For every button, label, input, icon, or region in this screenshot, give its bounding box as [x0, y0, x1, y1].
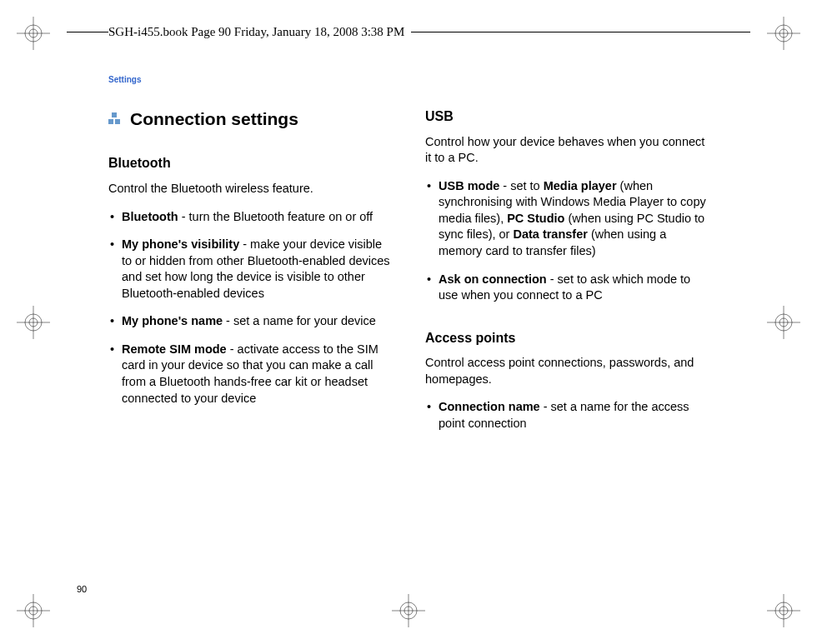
main-heading: Connection settings [108, 107, 392, 131]
access-points-intro: Control access point connections, passwo… [425, 355, 709, 387]
svg-point-25 [779, 607, 788, 615]
svg-point-17 [29, 607, 38, 615]
crop-mark-icon [767, 17, 800, 50]
main-heading-text: Connection settings [130, 107, 298, 131]
section-squares-icon [108, 112, 122, 126]
term: Ask on connection [439, 272, 547, 286]
access-points-list: Connection name - set a name for the acc… [425, 399, 709, 432]
crop-mark-icon [17, 306, 50, 339]
term: Connection name [439, 400, 540, 413]
term: USB mode [439, 179, 499, 192]
right-column: USB Control how your device behaves when… [425, 107, 709, 444]
term: Media player [544, 179, 617, 192]
svg-point-5 [779, 29, 788, 37]
section-label: Settings [108, 75, 709, 84]
svg-point-21 [404, 607, 413, 615]
svg-point-0 [25, 25, 42, 42]
page-number: 90 [77, 584, 87, 594]
access-points-heading: Access points [425, 329, 709, 347]
bluetooth-intro: Control the Bluetooth wireless feature. [108, 181, 392, 197]
description: - turn the Bluetooth feature on or off [178, 210, 373, 223]
svg-point-12 [775, 314, 792, 331]
list-item: Bluetooth - turn the Bluetooth feature o… [108, 209, 392, 226]
usb-intro: Control how your device behaves when you… [425, 134, 709, 167]
svg-point-13 [779, 318, 788, 327]
list-item: Ask on connection - set to ask which mod… [425, 272, 709, 304]
term: Bluetooth [122, 210, 178, 223]
document-header: SGH-i455.book Page 90 Friday, January 18… [108, 25, 411, 39]
svg-point-4 [775, 25, 792, 42]
svg-point-1 [29, 29, 38, 37]
usb-list: USB mode - set to Media player (when syn… [425, 178, 709, 304]
page-content: Settings Connection settings Bluetooth C… [108, 75, 709, 444]
text-run: - set to [499, 179, 543, 192]
term: My phone's visibility [122, 237, 239, 251]
left-column: Connection settings Bluetooth Control th… [108, 107, 392, 444]
bluetooth-heading: Bluetooth [108, 154, 392, 172]
usb-heading: USB [425, 107, 709, 126]
svg-point-20 [400, 602, 417, 619]
term: My phone's name [122, 314, 223, 327]
list-item: My phone's visibility - make your device… [108, 237, 392, 302]
crop-mark-icon [392, 594, 425, 627]
svg-point-24 [775, 602, 792, 619]
crop-mark-icon [17, 17, 50, 50]
term: PC Studio [507, 212, 564, 225]
svg-point-16 [25, 602, 42, 619]
list-item: My phone's name - set a name for your de… [108, 313, 392, 330]
crop-mark-icon [17, 594, 50, 627]
term: Data transfer [513, 227, 587, 241]
crop-mark-icon [767, 306, 800, 339]
crop-mark-icon [767, 594, 800, 627]
svg-point-8 [25, 314, 42, 331]
svg-point-9 [29, 318, 38, 327]
description: - set a name for your device [223, 314, 376, 327]
list-item: Connection name - set a name for the acc… [425, 399, 709, 432]
list-item: Remote SIM mode - activate access to the… [108, 342, 392, 407]
list-item: USB mode - set to Media player (when syn… [425, 178, 709, 260]
term: Remote SIM mode [122, 342, 227, 356]
bluetooth-list: Bluetooth - turn the Bluetooth feature o… [108, 209, 392, 407]
